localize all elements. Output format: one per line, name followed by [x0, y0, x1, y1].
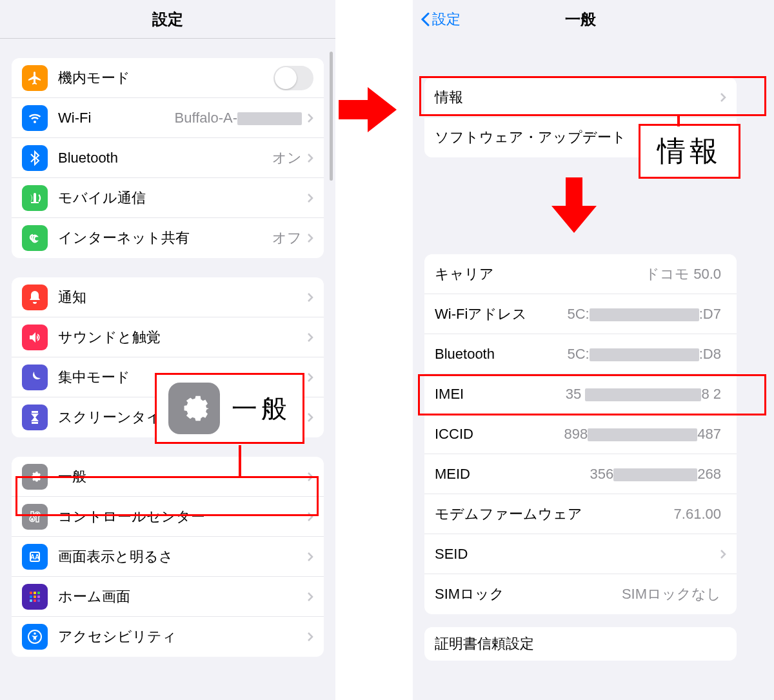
airplane-toggle[interactable] [273, 66, 313, 90]
row-airplane-mode[interactable]: 機内モード [12, 58, 324, 98]
modem-firmware-label: モデムファームウェア [435, 505, 674, 524]
cert-trust-label: 証明書信頼設定 [435, 634, 726, 654]
connector-about [677, 116, 680, 126]
general-title: 一般 [565, 9, 596, 30]
chevron-left-icon [421, 12, 430, 26]
svg-rect-7 [30, 595, 32, 598]
arrow-right-icon [339, 84, 397, 135]
svg-point-0 [31, 518, 34, 521]
chevron-right-icon [720, 92, 726, 103]
row-bluetooth[interactable]: Bluetooth オン [12, 138, 324, 178]
row-hotspot[interactable]: インターネット共有 オフ [12, 218, 324, 258]
arrow-down-icon [551, 177, 597, 233]
control-center-label: コントロールセンター [58, 507, 307, 526]
display-label: 画面表示と明るさ [58, 547, 307, 566]
chevron-right-icon [307, 592, 313, 602]
general-header: 設定 一般 [413, 0, 748, 39]
svg-rect-5 [34, 592, 36, 594]
meid-value: 356268 [590, 466, 721, 483]
chevron-right-icon [307, 472, 313, 482]
svg-rect-9 [37, 595, 40, 598]
accessibility-label: アクセシビリティ [58, 627, 307, 646]
row-general[interactable]: 一般 [12, 457, 324, 497]
settings-title: 設定 [152, 9, 183, 30]
chevron-right-icon [307, 233, 313, 243]
chevron-right-icon [307, 632, 313, 642]
row-meid[interactable]: MEID 356268 [424, 454, 737, 494]
bluetooth-label: Bluetooth [58, 150, 272, 166]
scrollbar[interactable] [330, 52, 333, 181]
cert-trust-group: 証明書信頼設定 [424, 627, 737, 661]
settings-group-network: 機内モード Wi-Fi Buffalo-A- Bluetooth オン モバイル… [12, 58, 324, 258]
row-sounds[interactable]: サウンドと触覚 [12, 317, 324, 357]
connector-general [239, 445, 241, 477]
general-icon [22, 464, 48, 490]
screen-time-icon [22, 405, 48, 430]
gear-icon [168, 383, 220, 434]
iccid-value: 898487 [564, 426, 721, 443]
meid-label: MEID [435, 466, 590, 483]
hotspot-icon [22, 225, 48, 251]
wifi-value: Buffalo-A- [175, 110, 302, 126]
row-display[interactable]: AA 画面表示と明るさ [12, 537, 324, 577]
row-bluetooth-address[interactable]: Bluetooth 5C::D8 [424, 334, 737, 374]
back-button[interactable]: 設定 [421, 10, 461, 29]
bluetooth-value: オン [272, 148, 302, 168]
svg-rect-4 [30, 592, 32, 594]
imei-value: 35 8 2 [566, 386, 721, 403]
cellular-label: モバイル通信 [58, 188, 307, 208]
row-notifications[interactable]: 通知 [12, 277, 324, 317]
chevron-right-icon [307, 153, 313, 163]
row-home-screen[interactable]: ホーム画面 [12, 577, 324, 617]
sim-lock-label: SIMロック [435, 585, 622, 604]
home-screen-label: ホーム画面 [58, 587, 307, 606]
row-imei[interactable]: IMEI 35 8 2 [424, 374, 737, 414]
chevron-right-icon [720, 549, 726, 559]
back-label: 設定 [432, 10, 461, 29]
callout-about: 情報 [639, 124, 740, 179]
row-cellular[interactable]: モバイル通信 [12, 178, 324, 218]
chevron-right-icon [307, 292, 313, 303]
row-control-center[interactable]: コントロールセンター [12, 497, 324, 537]
bluetooth-address-value: 5C::D8 [568, 346, 722, 363]
seid-label: SEID [435, 546, 720, 563]
settings-screen: 設定 機内モード Wi-Fi Buffalo-A- Bluetooth オン [0, 0, 335, 700]
row-accessibility[interactable]: アクセシビリティ [12, 617, 324, 657]
svg-point-1 [36, 513, 39, 515]
row-seid[interactable]: SEID [424, 534, 737, 574]
row-wifi[interactable]: Wi-Fi Buffalo-A- [12, 98, 324, 138]
iccid-label: ICCID [435, 426, 564, 443]
row-iccid[interactable]: ICCID 898487 [424, 414, 737, 454]
wifi-icon [22, 105, 48, 131]
callout-general-label: 一般 [232, 391, 291, 426]
general-screen: 設定 一般 情報 ソフトウェア・アップデート キャリア ドコモ 50.0 Wi-… [413, 0, 748, 700]
notifications-label: 通知 [58, 288, 307, 307]
bluetooth-icon [22, 145, 48, 171]
accessibility-icon [22, 624, 48, 650]
carrier-label: キャリア [435, 265, 645, 284]
about-info-block: キャリア ドコモ 50.0 Wi-Fiアドレス 5C::D7 Bluetooth… [424, 254, 737, 614]
hotspot-label: インターネット共有 [58, 228, 272, 248]
about-label: 情報 [435, 88, 720, 107]
control-center-icon [22, 504, 48, 530]
callout-about-label: 情報 [657, 132, 722, 170]
row-carrier[interactable]: キャリア ドコモ 50.0 [424, 254, 737, 294]
svg-rect-10 [30, 599, 32, 602]
wifi-address-label: Wi-Fiアドレス [435, 305, 568, 324]
row-cert-trust[interactable]: 証明書信頼設定 [424, 627, 737, 661]
row-sim-lock[interactable]: SIMロック SIMロックなし [424, 574, 737, 614]
sounds-icon [22, 325, 48, 350]
settings-group-general: 一般 コントロールセンター AA 画面表示と明るさ ホーム画面 [12, 457, 324, 657]
wifi-label: Wi-Fi [58, 110, 175, 126]
chevron-right-icon [307, 412, 313, 423]
modem-firmware-value: 7.61.00 [674, 506, 721, 523]
chevron-right-icon [307, 512, 313, 522]
chevron-right-icon [307, 193, 313, 203]
sim-lock-value: SIMロックなし [622, 585, 721, 604]
hotspot-value: オフ [272, 228, 302, 248]
row-modem-firmware[interactable]: モデムファームウェア 7.61.00 [424, 494, 737, 534]
row-wifi-address[interactable]: Wi-Fiアドレス 5C::D7 [424, 294, 737, 334]
row-about[interactable]: 情報 [424, 77, 737, 117]
svg-rect-12 [37, 599, 40, 602]
wifi-address-value: 5C::D7 [568, 306, 722, 323]
